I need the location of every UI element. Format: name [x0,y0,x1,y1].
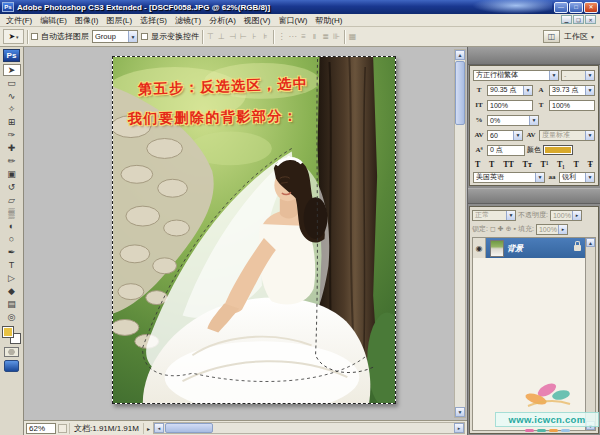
workspace-menu[interactable]: 工作区▼ [564,31,595,42]
style-toggle-button[interactable]: TT [502,160,515,169]
menu-item[interactable]: 滤镜(T) [171,15,205,26]
scroll-down-icon[interactable]: ▼ [455,407,465,417]
lasso-tool[interactable]: ∿ [3,90,21,102]
font-family-select[interactable]: 方正行楷繁体▼ [473,70,559,81]
doc-restore-button[interactable]: ❏ [573,15,584,24]
screen-mode-button[interactable] [4,360,19,372]
distribute-icon[interactable]: ⊪ [332,32,341,41]
distribute-icon[interactable]: ‖ [310,32,319,41]
clone-stamp-tool[interactable]: ▣ [3,168,21,180]
crop-tool[interactable]: ⊞ [3,116,21,128]
menu-item[interactable]: 编辑(E) [36,15,71,26]
menu-item[interactable]: 窗口(W) [274,15,311,26]
horizontal-scroll-thumb[interactable] [165,423,213,433]
zoom-tool[interactable]: ◎ [3,311,21,323]
leading-field[interactable]: 39.73 点▼ [549,85,595,96]
vertical-scroll-thumb[interactable] [455,61,465,125]
layer-visibility-toggle[interactable]: ◉ [473,238,486,258]
tool-preset-picker[interactable]: ➤ ▾ [3,29,24,44]
menu-item[interactable]: 视图(V) [240,15,275,26]
notes-tool[interactable]: ▤ [3,298,21,310]
align-icon[interactable]: ⊤ [206,32,215,41]
vertical-scrollbar[interactable]: ▲ ▼ [454,49,466,418]
menu-item[interactable]: 帮助(H) [311,15,346,26]
align-icon[interactable]: ⊢ [239,32,248,41]
horizontal-scrollbar[interactable]: ◂ ▸ [153,422,465,434]
distribute-icon[interactable]: ≡ [299,32,308,41]
tracking-field[interactable]: 60▼ [487,130,523,141]
quick-selection-tool[interactable]: ✧ [3,103,21,115]
scroll-up-icon[interactable]: ▲ [455,50,465,60]
status-menu-arrow-icon[interactable]: ▸ [146,425,151,432]
minimize-button[interactable]: — [554,2,568,13]
brush-tool[interactable]: ✏ [3,155,21,167]
lock-icon[interactable]: ✚ [498,225,504,233]
layer-row-background[interactable]: ◉ 背景 [473,238,585,258]
zoom-level-field[interactable]: 62% [26,423,56,434]
scroll-up-icon[interactable]: ▲ [586,238,595,247]
move-tool[interactable]: ➤ [3,64,21,76]
kerning-field[interactable]: 度量标准▼ [539,130,595,141]
show-transform-checkbox[interactable] [141,33,148,40]
type-tool[interactable]: T [3,259,21,271]
photo-document[interactable]: 第五步：反选选区，选中 我们要删除的背影部分： [112,56,396,404]
anti-alias-select[interactable]: 锐利▼ [559,172,595,183]
lock-icon[interactable]: ▪ [514,225,516,233]
baseline-shift-field[interactable]: 0 点 [487,145,525,156]
doc-minimize-button[interactable]: ▁ [561,15,572,24]
gradient-tool[interactable]: ▒ [3,207,21,219]
shape-tool[interactable]: ◆ [3,285,21,297]
eraser-tool[interactable]: ▱ [3,194,21,206]
align-icon[interactable]: ⊧ [261,32,270,41]
distribute-icon[interactable]: ⋮ [277,32,286,41]
path-selection-tool[interactable]: ▷ [3,272,21,284]
style-toggle-button[interactable]: T [573,160,580,169]
style-toggle-button[interactable]: Tт [522,160,533,169]
horizontal-scale-field[interactable]: 100% [549,100,595,111]
close-button[interactable]: ✕ [584,2,598,13]
quick-mask-button[interactable] [4,347,19,357]
font-size-field[interactable]: 90.35 点▼ [487,85,533,96]
history-brush-tool[interactable]: ↺ [3,181,21,193]
language-select[interactable]: 美国英语▼ [473,172,545,183]
doc-close-button[interactable]: ✕ [585,15,596,24]
style-toggle-button[interactable]: T¹ [540,160,550,169]
healing-brush-tool[interactable]: ✚ [3,142,21,154]
align-icon[interactable]: ⊥ [217,32,226,41]
menu-item[interactable]: 分析(A) [205,15,240,26]
eyedropper-tool[interactable]: ✑ [3,129,21,141]
blend-mode-select[interactable]: 正常▼ [472,210,516,221]
auto-select-checkbox[interactable] [31,33,38,40]
menu-item[interactable]: 选择(S) [136,15,171,26]
scroll-left-icon[interactable]: ◂ [154,423,164,433]
style-toggle-button[interactable]: T [488,160,495,169]
font-style-select[interactable]: -▼ [561,70,595,81]
lock-icon[interactable]: ◻ [490,225,496,233]
blur-tool[interactable]: ◐ [3,220,21,232]
menu-item[interactable]: 图层(L) [102,15,136,26]
group-select[interactable]: Group ▼ [92,30,138,43]
style-toggle-button[interactable]: Ŧ [587,160,594,169]
menu-item[interactable]: 图像(I) [71,15,103,26]
pen-tool[interactable]: ✒ [3,246,21,258]
text-color-swatch[interactable] [543,145,573,155]
menu-item[interactable]: 文件(F) [2,15,36,26]
align-icon[interactable]: ⊣ [228,32,237,41]
dodge-tool[interactable]: ○ [3,233,21,245]
distribute-icon[interactable]: ≣ [321,32,330,41]
style-toggle-button[interactable]: T₁ [556,160,566,169]
fill-field[interactable]: 100%▸ [536,224,568,235]
foreground-color-swatch[interactable] [2,326,14,338]
lock-icon[interactable]: ⊕ [506,225,512,233]
style-toggle-button[interactable]: T [474,160,481,169]
bridge-icon[interactable]: ◫ [543,30,560,43]
proportional-spacing-field[interactable]: 0%▼ [487,115,539,126]
auto-align-icon[interactable]: ▦ [348,32,357,41]
rectangular-marquee-tool[interactable]: ▭ [3,77,21,89]
layer-thumbnail[interactable] [490,240,504,257]
scroll-right-icon[interactable]: ▸ [454,423,464,433]
restore-button[interactable]: □ [569,2,583,13]
distribute-icon[interactable]: ⋯ [288,32,297,41]
vertical-scale-field[interactable]: 100% [487,100,533,111]
align-icon[interactable]: ⊦ [250,32,259,41]
